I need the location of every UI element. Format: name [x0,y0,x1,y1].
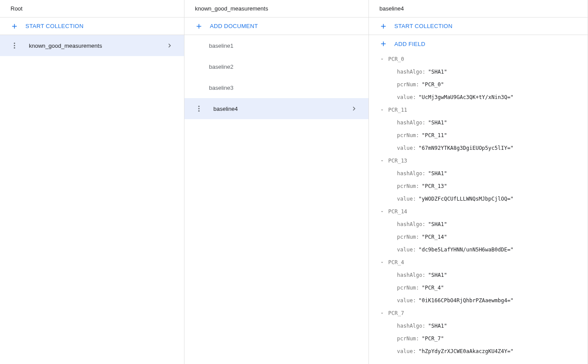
root-column: Root START COLLECTION known_good_measure… [0,0,184,364]
field-value: "PCR_7" [422,336,444,342]
field-group-name: PCR_14 [388,209,407,215]
field-group: PCR_13hashAlgo:"SHA1"pcrNum:"PCR_13"valu… [369,154,588,205]
field-key: value [397,297,413,304]
root-title: Root [11,5,22,12]
field-row[interactable]: value:"67mN92YTKA8g3DgiEUOp5yc5lIY=" [369,141,588,154]
fields-area[interactable]: PCR_0hashAlgo:"SHA1"pcrNum:"PCR_0"value:… [369,53,588,364]
document-item[interactable]: baseline1 [184,35,368,56]
field-row[interactable]: pcrNum:"PCR_0" [369,78,588,91]
collection-column: known_good_measurements ADD DOCUMENT bas… [184,0,369,364]
plus-icon [379,22,387,30]
field-value: "yWODZFcQCUfLLLWNQsMJbpCjlOQ=" [418,196,514,202]
field-colon: : [416,183,419,189]
field-row[interactable]: pcrNum:"PCR_11" [369,129,588,141]
field-value: "UcMj3gwMaU9GAc3QK+tY/xNin3Q=" [418,94,514,100]
field-colon: : [416,336,419,342]
field-key: pcrNum [397,183,416,189]
field-row[interactable]: hashAlgo:"SHA1" [369,167,588,180]
field-row[interactable]: pcrNum:"PCR_14" [369,230,588,243]
root-column-header: Root [0,0,184,18]
document-column: baseline4 START COLLECTION ADD FIELD PCR… [369,0,588,364]
field-colon: : [413,297,416,304]
field-value: "PCR_11" [422,132,447,138]
field-key: value [397,247,413,253]
field-group-name: PCR_13 [388,158,407,164]
add-document-button[interactable]: ADD DOCUMENT [184,18,368,35]
field-row[interactable]: value:"UcMj3gwMaU9GAc3QK+tY/xNin3Q=" [369,91,588,103]
start-collection-doc-label: START COLLECTION [394,23,453,29]
field-colon: : [416,234,419,240]
svg-point-5 [198,110,200,112]
field-group: PCR_11hashAlgo:"SHA1"pcrNum:"PCR_11"valu… [369,103,588,154]
start-collection-button-doc[interactable]: START COLLECTION [369,18,588,35]
field-group-header[interactable]: PCR_7 [369,307,588,319]
field-colon: : [416,285,419,291]
document-title: baseline4 [379,5,404,12]
chevron-right-icon [350,105,358,113]
start-collection-button[interactable]: START COLLECTION [0,18,184,35]
field-group-header[interactable]: PCR_4 [369,256,588,269]
field-row[interactable]: hashAlgo:"SHA1" [369,319,588,332]
field-row[interactable]: value:"dc9be5LafYHNN/unN5H6waB0dDE=" [369,243,588,256]
field-colon: : [422,120,425,126]
field-row[interactable]: pcrNum:"PCR_4" [369,281,588,294]
field-row[interactable]: value:"hZpYdyZrXJCWE0aAkaczgKU4Z4Y=" [369,345,588,357]
collection-item[interactable]: known_good_measurements [0,35,184,56]
field-row[interactable]: pcrNum:"PCR_13" [369,180,588,192]
field-group: PCR_14hashAlgo:"SHA1"pcrNum:"PCR_14"valu… [369,205,588,256]
field-row[interactable]: hashAlgo:"SHA1" [369,116,588,129]
field-group-header[interactable]: PCR_14 [369,205,588,218]
more-vert-icon[interactable] [11,42,18,49]
collapse-triangle-icon [379,209,385,214]
plus-icon [379,40,387,48]
document-item[interactable]: baseline3 [184,77,368,98]
field-group-header[interactable]: PCR_0 [369,53,588,65]
field-group-header[interactable]: PCR_11 [369,103,588,116]
field-colon: : [422,170,425,177]
field-group-header[interactable]: PCR_13 [369,154,588,167]
field-group: PCR_4hashAlgo:"SHA1"pcrNum:"PCR_4"value:… [369,256,588,307]
svg-point-4 [198,108,200,110]
document-item-label: baseline1 [209,42,234,49]
field-value: "SHA1" [428,272,447,278]
field-colon: : [422,272,425,278]
field-colon: : [422,323,425,329]
field-row[interactable]: hashAlgo:"SHA1" [369,269,588,281]
field-row[interactable]: value:"yWODZFcQCUfLLLWNQsMJbpCjlOQ=" [369,192,588,205]
field-key: hashAlgo [397,272,422,278]
svg-point-2 [14,47,15,49]
field-group: PCR_7hashAlgo:"SHA1"pcrNum:"PCR_7"value:… [369,307,588,357]
collection-title: known_good_measurements [195,5,268,12]
document-item-label: baseline3 [209,85,234,91]
field-colon: : [413,196,416,202]
field-row[interactable]: hashAlgo:"SHA1" [369,65,588,78]
field-group-name: PCR_7 [388,310,404,316]
more-vert-icon[interactable] [195,105,203,113]
field-key: hashAlgo [397,323,422,329]
collection-item-label: known_good_measurements [29,42,102,49]
field-value: "PCR_4" [422,285,444,291]
field-value: "SHA1" [428,170,447,177]
field-row[interactable]: pcrNum:"PCR_7" [369,332,588,345]
document-item-label: baseline4 [213,106,238,112]
field-value: "dc9be5LafYHNN/unN5H6waB0dDE=" [418,247,514,253]
field-colon: : [413,247,416,253]
field-key: value [397,94,413,100]
field-colon: : [413,94,416,100]
field-key: pcrNum [397,285,416,291]
field-row[interactable]: value:"0iK166CPbO4RjQhbrPZAaewmbg4=" [369,294,588,307]
field-colon: : [416,132,419,138]
field-colon: : [416,81,419,88]
document-item[interactable]: baseline4 [184,98,368,119]
document-item[interactable]: baseline2 [184,56,368,77]
collapse-triangle-icon [379,260,385,265]
svg-point-0 [14,42,15,44]
field-value: "SHA1" [428,221,447,227]
chevron-right-icon [166,42,174,49]
add-field-button[interactable]: ADD FIELD [369,35,588,53]
field-value: "SHA1" [428,323,447,329]
collapse-triangle-icon [379,107,385,113]
field-row[interactable]: hashAlgo:"SHA1" [369,218,588,230]
field-key: value [397,196,413,202]
field-key: value [397,145,413,151]
